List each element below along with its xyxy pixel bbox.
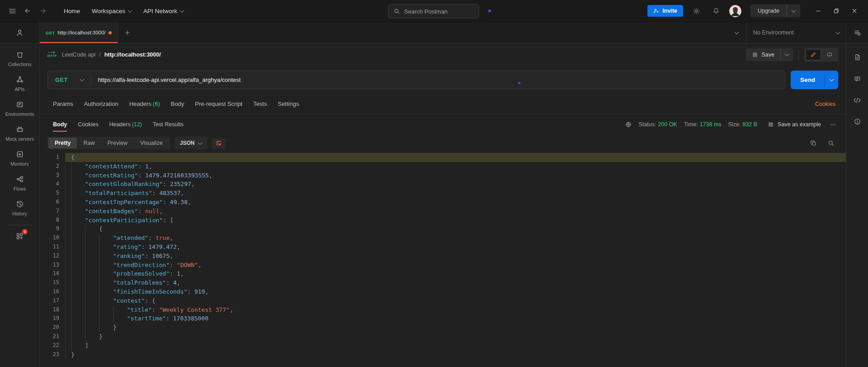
more-options-icon[interactable] xyxy=(828,121,838,128)
view-tab-pretty[interactable]: Pretty xyxy=(48,138,77,148)
code-line: 17"contest": { xyxy=(40,296,846,305)
user-avatar[interactable] xyxy=(729,5,741,17)
breadcrumb-request-title[interactable]: http://localhost:3000/ xyxy=(104,52,161,58)
response-header: BodyCookiesHeaders(12)Test Results Statu… xyxy=(40,114,846,134)
tab-title: http://localhost:3000/ xyxy=(57,30,105,35)
method-dropdown[interactable]: GET xyxy=(48,76,91,83)
person-add-icon xyxy=(653,8,659,14)
person-icon xyxy=(15,29,24,37)
configure-sidebar-button[interactable]: ! xyxy=(15,232,24,240)
view-tab-visualize[interactable]: Visualize xyxy=(134,138,169,148)
purple-dot-topbar xyxy=(488,10,491,12)
environment-selector[interactable]: No Environment xyxy=(746,22,846,43)
network-globe-icon[interactable] xyxy=(625,121,632,128)
response-tab-headers[interactable]: Headers(12) xyxy=(104,116,147,133)
send-button[interactable]: Send xyxy=(791,71,825,89)
sidebar-item-environments[interactable]: Environments xyxy=(0,96,39,121)
request-header-row: HTTP LeetCode api / http://localhost:300… xyxy=(40,43,846,66)
chevron-down-icon xyxy=(128,8,132,13)
comments-icon[interactable] xyxy=(854,75,861,83)
tab-count-badge: (12) xyxy=(132,121,142,128)
menu-item-api-network[interactable]: API Network xyxy=(137,5,189,17)
sidebar-item-monitors[interactable]: Monitors xyxy=(0,146,39,171)
request-tab-bar: GET http://localhost:3000/ No Environmen… xyxy=(40,22,868,43)
line-number: 19 xyxy=(40,314,65,323)
response-tab-cookies[interactable]: Cookies xyxy=(72,116,104,133)
search-input[interactable]: Search Postman xyxy=(388,4,479,19)
save-button[interactable]: Save xyxy=(746,48,781,61)
sidebar-item-apis[interactable]: APIs xyxy=(0,71,39,96)
mock-servers-icon xyxy=(16,125,24,133)
copy-icon[interactable] xyxy=(810,140,817,147)
view-tab-raw[interactable]: Raw xyxy=(77,138,101,148)
code-line: 7"contestBadges": null, xyxy=(40,207,846,216)
save-as-example-button[interactable]: Save as example xyxy=(768,121,821,128)
line-number: 6 xyxy=(40,198,65,207)
line-number: 18 xyxy=(40,305,65,315)
settings-gear-icon[interactable] xyxy=(689,4,703,18)
chevron-down-icon[interactable] xyxy=(787,5,800,17)
line-number: 9 xyxy=(40,224,65,234)
code-snippet-icon[interactable] xyxy=(853,97,861,104)
notifications-bell-icon[interactable] xyxy=(709,4,723,18)
sidebar-item-flows[interactable]: Flows xyxy=(0,171,39,195)
request-tab-authorization[interactable]: Authorization xyxy=(79,98,124,110)
info-icon[interactable] xyxy=(854,118,861,125)
send-options-chevron[interactable] xyxy=(825,71,838,89)
request-tab-headers[interactable]: Headers(6) xyxy=(124,98,165,110)
wrap-lines-icon[interactable] xyxy=(212,138,226,149)
window-close-button[interactable] xyxy=(847,4,862,18)
request-tab-pre-request-script[interactable]: Pre-request Script xyxy=(189,98,248,110)
upgrade-button[interactable]: Upgrade xyxy=(750,5,800,17)
environment-quick-look-icon[interactable] xyxy=(846,22,868,43)
documentation-icon[interactable] xyxy=(854,53,861,61)
invite-button[interactable]: Invite xyxy=(647,5,683,17)
window-minimize-button[interactable] xyxy=(811,4,826,18)
history-icon xyxy=(16,200,24,208)
code-line: 14"problemsSolved": 1, xyxy=(40,269,846,278)
format-dropdown[interactable]: JSON xyxy=(175,137,208,149)
comment-icon[interactable] xyxy=(822,50,837,60)
window-restore-button[interactable] xyxy=(829,4,844,18)
line-number: 5 xyxy=(40,189,65,198)
breadcrumb-collection[interactable]: LeetCode api xyxy=(62,52,95,58)
sidebar-item-mock-servers[interactable]: Mock servers xyxy=(0,121,39,146)
collections-icon xyxy=(16,51,24,59)
url-input[interactable]: https://alfa-leetcode-api.vercel.app/alf… xyxy=(91,76,241,83)
sidebar-items: CollectionsAPIsEnvironmentsMock serversM… xyxy=(0,43,39,220)
response-body-code[interactable]: 1{2"contestAttend": 1,3"contestRating": … xyxy=(40,152,846,367)
response-tab-test-results[interactable]: Test Results xyxy=(147,116,189,133)
sidebar-item-history[interactable]: History xyxy=(0,195,39,220)
sidebar-item-label: Monitors xyxy=(10,161,28,167)
request-tab-tests[interactable]: Tests xyxy=(248,98,272,110)
request-tab-settings[interactable]: Settings xyxy=(272,98,304,110)
chevron-down-icon xyxy=(836,30,840,34)
hamburger-menu-icon[interactable] xyxy=(5,4,19,18)
new-tab-button[interactable] xyxy=(118,22,137,43)
edit-pencil-icon[interactable] xyxy=(806,49,821,60)
code-line: 9{ xyxy=(40,224,846,234)
cookies-link[interactable]: Cookies xyxy=(815,101,838,107)
apis-icon xyxy=(16,76,24,84)
menu-item-workspaces[interactable]: Workspaces xyxy=(86,5,137,17)
sidebar-profile-button[interactable] xyxy=(0,22,39,43)
menu-item-home[interactable]: Home xyxy=(58,5,86,17)
tab-list-chevron-icon[interactable] xyxy=(726,22,746,43)
sidebar-item-collections[interactable]: Collections xyxy=(0,46,39,71)
search-response-icon[interactable] xyxy=(828,140,835,147)
back-arrow-icon[interactable] xyxy=(21,4,34,18)
request-tab-body[interactable]: Body xyxy=(165,98,190,110)
forward-arrow-icon[interactable] xyxy=(36,4,50,18)
request-tab-params[interactable]: Params xyxy=(47,98,79,110)
response-tab-body[interactable]: Body xyxy=(47,116,72,133)
view-tab-preview[interactable]: Preview xyxy=(101,138,133,148)
save-options-chevron[interactable] xyxy=(781,48,793,61)
monitors-icon xyxy=(16,150,24,158)
breadcrumb: / xyxy=(99,52,100,58)
code-line: 11"rating": 1479.472, xyxy=(40,243,846,252)
response-view-controls: PrettyRawPreviewVisualize JSON xyxy=(40,134,846,152)
open-request-tab[interactable]: GET http://localhost:3000/ xyxy=(40,22,118,43)
http-request-icon: HTTP xyxy=(47,51,57,58)
unsaved-changes-dot xyxy=(108,31,112,34)
line-number: 3 xyxy=(40,171,65,180)
